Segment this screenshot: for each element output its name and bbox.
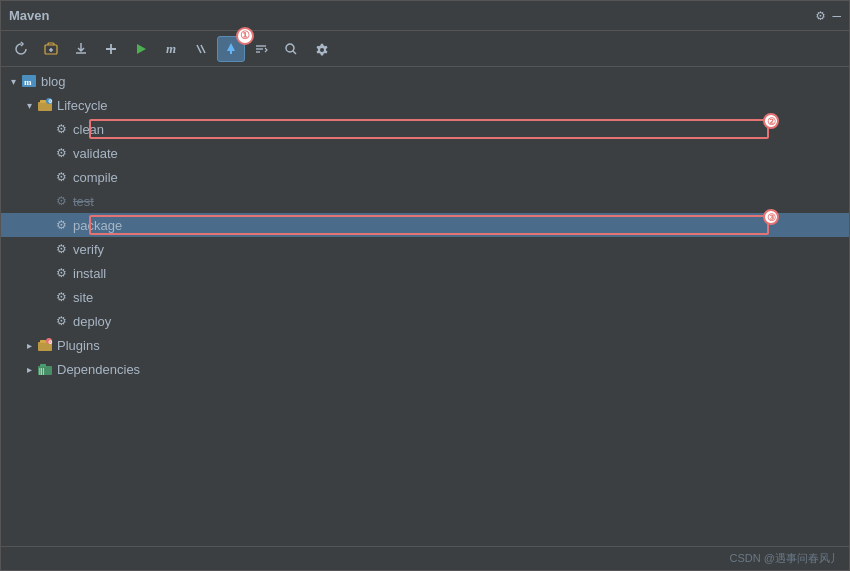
refresh-button[interactable] bbox=[7, 36, 35, 62]
maven-project-icon: m bbox=[21, 73, 37, 89]
expand-blog-icon[interactable] bbox=[5, 73, 21, 89]
dependencies-label: Dependencies bbox=[57, 362, 140, 377]
verify-label: verify bbox=[73, 242, 104, 257]
svg-marker-4 bbox=[227, 43, 235, 51]
add-maven-project-button[interactable] bbox=[37, 36, 65, 62]
svg-point-9 bbox=[286, 44, 294, 52]
annotation-1: ① bbox=[236, 27, 254, 45]
svg-rect-5 bbox=[230, 51, 232, 54]
deploy-gear-icon: ⚙ bbox=[53, 313, 69, 329]
svg-marker-1 bbox=[137, 44, 146, 54]
tree-item-plugins[interactable]: ⚙ Plugins bbox=[1, 333, 849, 357]
tree-item-lifecycle[interactable]: ⚙ Lifecycle bbox=[1, 93, 849, 117]
panel-title: Maven bbox=[9, 8, 49, 23]
tree-item-blog[interactable]: m blog bbox=[1, 69, 849, 93]
blog-label: blog bbox=[41, 74, 66, 89]
package-gear-icon: ⚙ bbox=[53, 217, 69, 233]
dependencies-icon: ||| bbox=[37, 361, 53, 377]
svg-line-3 bbox=[201, 45, 205, 53]
clean-label: clean bbox=[73, 122, 104, 137]
analyze-dependencies-button[interactable] bbox=[277, 36, 305, 62]
maven-tree: m blog ⚙ Lifecycle ⚙ clean bbox=[1, 67, 849, 546]
execute-maven-goal-button[interactable]: m bbox=[157, 36, 185, 62]
run-button[interactable] bbox=[127, 36, 155, 62]
site-gear-icon: ⚙ bbox=[53, 289, 69, 305]
maven-panel: Maven ⚙ — bbox=[0, 0, 850, 571]
annotation-3: ③ bbox=[763, 209, 779, 225]
clean-gear-icon: ⚙ bbox=[53, 121, 69, 137]
toggle-offline-button[interactable]: ① bbox=[217, 36, 245, 62]
expand-lifecycle-icon[interactable] bbox=[21, 97, 37, 113]
title-bar: Maven ⚙ — bbox=[1, 1, 849, 31]
status-bar: CSDN @遇事问春风丿 bbox=[1, 546, 849, 570]
annotation-2: ② bbox=[763, 113, 779, 129]
download-sources-button[interactable] bbox=[67, 36, 95, 62]
expand-dependencies-icon[interactable] bbox=[21, 361, 37, 377]
title-bar-controls: ⚙ — bbox=[816, 7, 841, 24]
test-label: test bbox=[73, 194, 94, 209]
tree-item-install[interactable]: ⚙ install bbox=[1, 261, 849, 285]
svg-text:m: m bbox=[24, 77, 32, 87]
add-button[interactable] bbox=[97, 36, 125, 62]
install-label: install bbox=[73, 266, 106, 281]
tree-item-clean[interactable]: ⚙ clean ② bbox=[1, 117, 849, 141]
validate-label: validate bbox=[73, 146, 118, 161]
tree-item-deploy[interactable]: ⚙ deploy bbox=[1, 309, 849, 333]
tree-item-compile[interactable]: ⚙ compile bbox=[1, 165, 849, 189]
tree-item-dependencies[interactable]: ||| Dependencies bbox=[1, 357, 849, 381]
verify-gear-icon: ⚙ bbox=[53, 241, 69, 257]
skip-tests-button[interactable] bbox=[187, 36, 215, 62]
svg-text:|||: ||| bbox=[39, 367, 45, 375]
package-label: package bbox=[73, 218, 122, 233]
toolbar: m ① bbox=[1, 31, 849, 67]
compile-label: compile bbox=[73, 170, 118, 185]
tree-item-test[interactable]: ⚙ test bbox=[1, 189, 849, 213]
package-red-border bbox=[89, 215, 769, 235]
maven-settings-button[interactable] bbox=[307, 36, 335, 62]
lifecycle-icon: ⚙ bbox=[37, 97, 53, 113]
svg-rect-18 bbox=[40, 340, 46, 343]
status-text: CSDN @遇事问春风丿 bbox=[730, 551, 841, 566]
plugins-label: Plugins bbox=[57, 338, 100, 353]
validate-gear-icon: ⚙ bbox=[53, 145, 69, 161]
plugins-icon: ⚙ bbox=[37, 337, 53, 353]
minimize-icon[interactable]: — bbox=[833, 8, 841, 24]
compile-gear-icon: ⚙ bbox=[53, 169, 69, 185]
svg-line-2 bbox=[197, 45, 201, 53]
tree-item-verify[interactable]: ⚙ verify bbox=[1, 237, 849, 261]
settings-icon[interactable]: ⚙ bbox=[816, 7, 824, 24]
deploy-label: deploy bbox=[73, 314, 111, 329]
tree-item-site[interactable]: ⚙ site bbox=[1, 285, 849, 309]
site-label: site bbox=[73, 290, 93, 305]
tree-item-validate[interactable]: ⚙ validate bbox=[1, 141, 849, 165]
test-gear-icon: ⚙ bbox=[53, 193, 69, 209]
svg-rect-14 bbox=[40, 100, 46, 103]
lifecycle-label: Lifecycle bbox=[57, 98, 108, 113]
tree-item-package[interactable]: ⚙ package ③ bbox=[1, 213, 849, 237]
svg-line-10 bbox=[293, 51, 296, 54]
clean-red-border bbox=[89, 119, 769, 139]
install-gear-icon: ⚙ bbox=[53, 265, 69, 281]
expand-plugins-icon[interactable] bbox=[21, 337, 37, 353]
